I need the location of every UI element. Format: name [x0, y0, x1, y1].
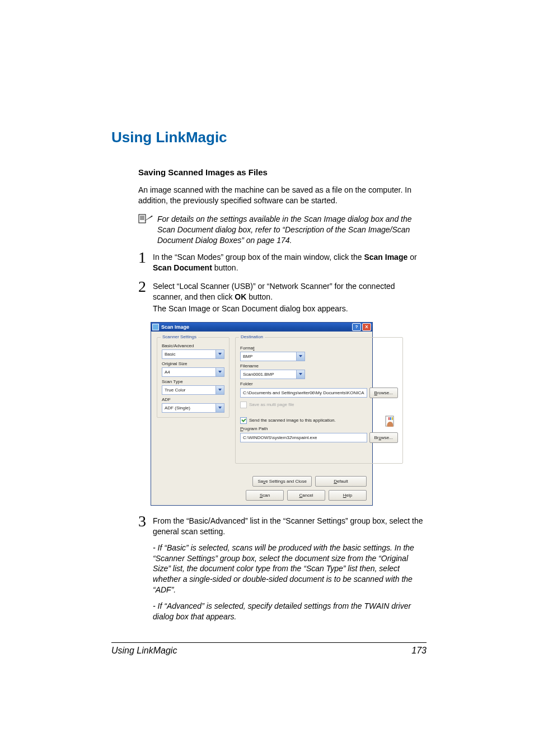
dialog-close-button[interactable]: X	[362, 323, 371, 331]
chevron-down-icon	[216, 386, 224, 394]
note-icon	[138, 214, 156, 224]
text: button.	[246, 292, 273, 301]
dialog-title: Scan Image	[161, 324, 351, 330]
label-folder: Folder	[240, 381, 398, 386]
browse-program-button[interactable]: Browse...	[369, 432, 398, 443]
dialog-help-button[interactable]: ?	[352, 323, 361, 331]
program-path-input[interactable]: C:\WINDOWS\system32\mspaint.exe	[240, 433, 367, 442]
page-content: Using LinkMagic Saving Scanned Images as…	[111, 129, 427, 634]
section-heading: Saving Scanned Images as Files	[138, 167, 427, 177]
step-body: Select “Local Scanner (USB)” or “Network…	[153, 281, 427, 315]
label-adf: ADF	[162, 397, 224, 402]
italic-text: - If “Basic” is selected, scans will be …	[153, 543, 427, 595]
text: The Scan Image or Scan Document dialog b…	[153, 304, 427, 314]
svg-rect-6	[388, 417, 390, 420]
label-basic-advanced: Basic/Advanced	[162, 343, 224, 348]
note-text: For details on the settings available in…	[156, 214, 427, 246]
multi-page-checkbox: Save as multi page file	[240, 402, 398, 408]
step-number: 2	[138, 279, 149, 295]
svg-rect-0	[139, 214, 146, 223]
save-settings-close-button[interactable]: Save Settings and Close	[252, 476, 312, 487]
footer-divider	[111, 642, 427, 643]
chevron-down-icon	[296, 352, 305, 361]
step-2: 2 Select “Local Scanner (USB)” or “Netwo…	[138, 281, 427, 315]
dialog-button-row-2: Scan Cancel Help	[157, 490, 367, 501]
combo-value: BMP	[243, 354, 296, 359]
label-format: Format	[240, 346, 398, 351]
combo-value: Scan0001.BMP	[243, 372, 296, 377]
checkbox-label: Save as multi page file	[249, 402, 294, 407]
note: For details on the settings available in…	[138, 214, 427, 246]
cancel-button[interactable]: Cancel	[287, 490, 325, 501]
text: In the “Scan Modes” group box of the mai…	[153, 253, 364, 262]
step-number: 3	[138, 514, 149, 529]
label-program-path: Program Path	[240, 426, 383, 431]
page-footer: Using LinkMagic 173	[111, 646, 427, 656]
scanner-settings-group: Scanner Settings Basic/Advanced Basic Or…	[157, 337, 229, 418]
basic-advanced-combo[interactable]: Basic	[162, 349, 224, 359]
combo-value: ADF (Single)	[165, 405, 216, 410]
default-button[interactable]: Default	[315, 476, 367, 487]
intro-paragraph: An image scanned with the machine can be…	[138, 185, 427, 206]
step-number: 1	[138, 250, 149, 265]
combo-value: Basic	[165, 352, 216, 357]
step-body: In the “Scan Modes” group box of the mai…	[153, 252, 427, 274]
page-number: 173	[411, 646, 427, 656]
scan-button[interactable]: Scan	[246, 490, 284, 501]
send-to-app-checkbox[interactable]: Send the scanned image to this applicati…	[240, 417, 383, 424]
dialog-body: Scanner Settings Basic/Advanced Basic Or…	[151, 332, 372, 505]
bold-text: Scan Document	[153, 263, 212, 272]
bold-text: Scan Image	[364, 253, 407, 262]
italic-text: - If “Advanced” is selected, specify det…	[153, 601, 427, 622]
text: button.	[212, 263, 238, 272]
chevron-down-icon	[296, 370, 305, 379]
dialog-titlebar: Scan Image ? X	[151, 323, 372, 332]
adf-combo[interactable]: ADF (Single)	[162, 403, 224, 413]
footer-text: Using LinkMagic	[111, 646, 177, 656]
svg-rect-8	[392, 417, 393, 420]
combo-value: A4	[165, 370, 216, 375]
group-title: Scanner Settings	[161, 334, 198, 339]
combo-value: True Color	[165, 388, 216, 393]
dialog-screenshot: Scan Image ? X Scanner Settings Basic/Ad…	[151, 322, 373, 506]
format-combo[interactable]: BMP	[240, 352, 305, 361]
bold-text: OK	[235, 292, 246, 301]
dialog-app-icon	[152, 324, 159, 330]
page-heading: Using LinkMagic	[111, 129, 427, 146]
label-scan-type: Scan Type	[162, 379, 224, 384]
group-title: Destination	[239, 334, 265, 339]
filename-combo[interactable]: Scan0001.BMP	[240, 370, 305, 379]
label-original-size: Original Size	[162, 361, 224, 366]
mspaint-icon	[383, 414, 398, 430]
help-button[interactable]: Help	[329, 490, 367, 501]
step-3: 3 From the “Basic/Advanced” list in the …	[138, 516, 427, 628]
browse-folder-button[interactable]: Browse...	[369, 388, 398, 398]
checkbox-icon	[240, 417, 247, 424]
chevron-down-icon	[216, 404, 224, 412]
chevron-down-icon	[216, 368, 224, 376]
scan-type-combo[interactable]: True Color	[162, 385, 224, 395]
text: From the “Basic/Advanced” list in the “S…	[153, 516, 427, 537]
chevron-down-icon	[216, 350, 224, 358]
label-filename: Filename	[240, 363, 398, 368]
original-size-combo[interactable]: A4	[162, 367, 224, 377]
svg-rect-7	[390, 417, 391, 420]
dialog-button-row-1: Save Settings and Close Default	[157, 476, 367, 487]
checkbox-label: Send the scanned image to this applicati…	[249, 418, 336, 423]
checkbox-icon	[240, 402, 247, 408]
step-body: From the “Basic/Advanced” list in the “S…	[153, 516, 427, 628]
folder-input[interactable]: C:\Documents and Settings\writer06\My Do…	[240, 388, 367, 398]
destination-group: Destination Format BMP Filename Scan0001…	[235, 337, 403, 464]
text: or	[407, 253, 416, 262]
text: Select “Local Scanner (USB)” or “Network…	[153, 282, 395, 301]
step-1: 1 In the “Scan Modes” group box of the m…	[138, 252, 427, 274]
